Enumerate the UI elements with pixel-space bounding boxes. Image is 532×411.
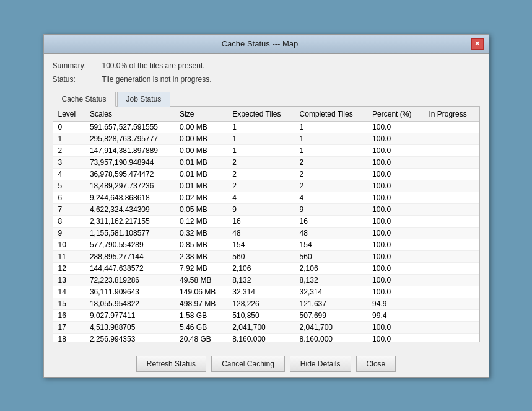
cell-row0-col6 — [424, 121, 479, 133]
cell-row13-col5: 100.0 — [367, 274, 424, 286]
cell-row12-col3: 2,106 — [227, 262, 294, 274]
cell-row11-col4: 560 — [295, 250, 367, 262]
cell-row5-col2: 0.01 MB — [175, 180, 227, 192]
cell-row12-col1: 144,447.638572 — [85, 262, 175, 274]
cell-row9-col5: 100.0 — [367, 227, 424, 239]
col-level: Level — [53, 107, 85, 122]
cell-row3-col1: 73,957,190.948944 — [85, 156, 175, 168]
cell-row11-col0: 11 — [53, 250, 85, 262]
cell-row15-col5: 94.9 — [367, 298, 424, 309]
table-row: 1295,828,763.7957770.00 MB11100.0 — [53, 133, 479, 144]
cell-row0-col3: 1 — [227, 121, 294, 133]
cell-row14-col1: 36,111.909643 — [85, 286, 175, 298]
cell-row5-col0: 5 — [53, 180, 85, 192]
table-header-row: Level Scales Size Expected Tiles Complet… — [53, 107, 479, 122]
tab-bar: Cache Status Job Status — [53, 91, 480, 107]
cell-row17-col4: 2,041,700 — [295, 321, 367, 333]
col-scales: Scales — [85, 107, 175, 122]
cell-row9-col1: 1,155,581.108577 — [85, 227, 175, 239]
cell-row17-col3: 2,041,700 — [227, 321, 294, 333]
hide-details-button[interactable]: Hide Details — [290, 356, 351, 372]
cell-row3-col2: 0.01 MB — [175, 156, 227, 168]
cell-row5-col4: 2 — [295, 180, 367, 192]
cell-row18-col3: 8,160,000 — [227, 333, 294, 342]
cell-row18-col6 — [424, 333, 479, 342]
cell-row11-col5: 100.0 — [367, 250, 424, 262]
table-row: 11288,895.2771442.38 MB560560100.0 — [53, 250, 479, 262]
footer-buttons: Refresh Status Cancel Caching Hide Detai… — [44, 350, 489, 377]
title-bar: Cache Status --- Map ✕ — [44, 35, 489, 54]
table-row: 74,622,324.4343090.05 MB99100.0 — [53, 203, 479, 215]
cell-row13-col0: 13 — [53, 274, 85, 286]
col-size: Size — [175, 107, 227, 122]
cell-row7-col2: 0.05 MB — [175, 203, 227, 215]
cell-row0-col2: 0.00 MB — [175, 121, 227, 133]
summary-row: Summary: 100.0% of the tiles are present… — [53, 61, 480, 70]
table-row: 436,978,595.4744720.01 MB22100.0 — [53, 168, 479, 180]
cell-row15-col1: 18,055.954822 — [85, 298, 175, 309]
cell-row15-col3: 128,226 — [227, 298, 294, 309]
table-row: 182,256.99435320.48 GB8,160,0008,160,000… — [53, 333, 479, 342]
cell-row3-col6 — [424, 156, 479, 168]
cell-row2-col3: 1 — [227, 144, 294, 156]
cell-row8-col4: 16 — [295, 215, 367, 227]
cell-row3-col0: 3 — [53, 156, 85, 168]
tab-job-status[interactable]: Job Status — [117, 92, 171, 107]
status-row: Status: Tile generation is not in progre… — [53, 75, 480, 84]
table-row: 69,244,648.8686180.02 MB44100.0 — [53, 192, 479, 203]
cancel-caching-button[interactable]: Cancel Caching — [211, 356, 285, 372]
cell-row14-col3: 32,314 — [227, 286, 294, 298]
cell-row5-col5: 100.0 — [367, 180, 424, 192]
cell-row16-col3: 510,850 — [227, 309, 294, 321]
cell-row6-col1: 9,244,648.868618 — [85, 192, 175, 203]
cell-row10-col6 — [424, 239, 479, 250]
cell-row6-col0: 6 — [53, 192, 85, 203]
col-expected-tiles: Expected Tiles — [227, 107, 294, 122]
cache-status-table: Level Scales Size Expected Tiles Complet… — [53, 107, 479, 342]
cell-row7-col0: 7 — [53, 203, 85, 215]
cell-row8-col6 — [424, 215, 479, 227]
cell-row3-col5: 100.0 — [367, 156, 424, 168]
cell-row18-col0: 18 — [53, 333, 85, 342]
window-title: Cache Status --- Map — [49, 39, 471, 48]
cell-row0-col0: 0 — [53, 121, 85, 133]
cell-row6-col2: 0.02 MB — [175, 192, 227, 203]
col-in-progress: In Progress — [424, 107, 479, 122]
cell-row10-col4: 154 — [295, 239, 367, 250]
table-row: 1436,111.909643149.06 MB32,31432,314100.… — [53, 286, 479, 298]
cell-row4-col0: 4 — [53, 168, 85, 180]
cell-row1-col6 — [424, 133, 479, 144]
cell-row10-col3: 154 — [227, 239, 294, 250]
cell-row7-col5: 100.0 — [367, 203, 424, 215]
tabs-section: Cache Status Job Status Level Scales Siz… — [53, 91, 480, 342]
table-row: 0591,657,527.5915550.00 MB11100.0 — [53, 121, 479, 133]
tab-cache-status[interactable]: Cache Status — [53, 92, 116, 107]
cell-row6-col4: 4 — [295, 192, 367, 203]
cell-row7-col3: 9 — [227, 203, 294, 215]
close-window-button[interactable]: ✕ — [471, 38, 484, 50]
cell-row1-col1: 295,828,763.795777 — [85, 133, 175, 144]
cell-row17-col2: 5.46 GB — [175, 321, 227, 333]
cell-row15-col2: 498.97 MB — [175, 298, 227, 309]
table-row: 518,489,297.7372360.01 MB22100.0 — [53, 180, 479, 192]
col-percent: Percent (%) — [367, 107, 424, 122]
main-window: Cache Status --- Map ✕ Summary: 100.0% o… — [43, 34, 489, 378]
cell-row11-col6 — [424, 250, 479, 262]
table-row: 1372,223.81928649.58 MB8,1328,132100.0 — [53, 274, 479, 286]
cell-row8-col3: 16 — [227, 215, 294, 227]
cell-row8-col0: 8 — [53, 215, 85, 227]
cell-row2-col6 — [424, 144, 479, 156]
refresh-status-button[interactable]: Refresh Status — [136, 356, 206, 372]
cell-row17-col5: 100.0 — [367, 321, 424, 333]
cell-row16-col2: 1.58 GB — [175, 309, 227, 321]
cell-row15-col0: 15 — [53, 298, 85, 309]
cell-row10-col0: 10 — [53, 239, 85, 250]
cell-row7-col1: 4,622,324.434309 — [85, 203, 175, 215]
table-row: 91,155,581.1085770.32 MB4848100.0 — [53, 227, 479, 239]
cell-row4-col6 — [424, 168, 479, 180]
cell-row17-col1: 4,513.988705 — [85, 321, 175, 333]
cell-row4-col4: 2 — [295, 168, 367, 180]
cell-row8-col5: 100.0 — [367, 215, 424, 227]
cell-row9-col2: 0.32 MB — [175, 227, 227, 239]
close-button[interactable]: Close — [356, 356, 396, 372]
